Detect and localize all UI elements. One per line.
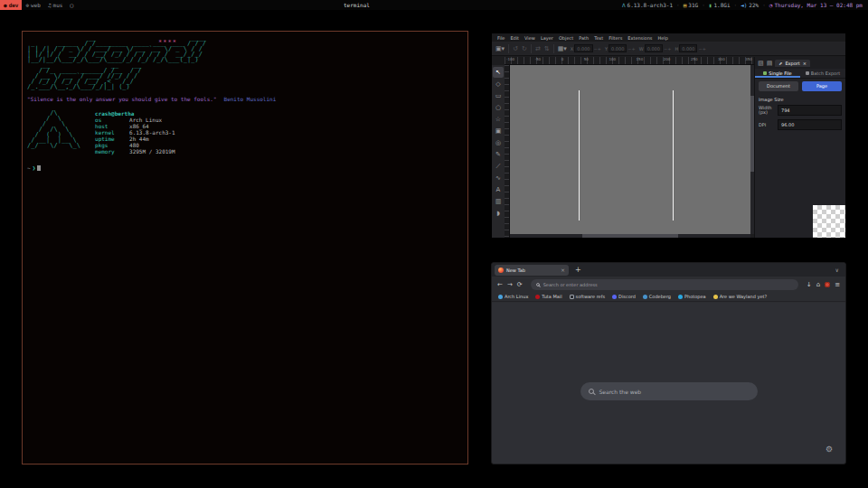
layout-icon[interactable]: ▢ — [66, 2, 77, 8]
drawing-vertical-line-2 — [673, 90, 674, 221]
fetch-label: memory — [95, 148, 129, 155]
bookmark-discord[interactable]: Discord — [612, 294, 636, 299]
menu-path[interactable]: Path — [576, 35, 591, 41]
tab-single-file[interactable]: Single File — [755, 69, 800, 78]
star-tool[interactable]: ☆ — [493, 114, 504, 125]
inkscape-toolbox: ↖◇▭○☆▣◎✎⟋∿A▥◗ — [492, 65, 505, 238]
stepper-icons[interactable]: −+ — [594, 46, 601, 52]
menu-text[interactable]: Text — [591, 35, 606, 41]
dropper-tool[interactable]: ◗ — [493, 208, 504, 219]
search-placeholder: Search the web — [599, 389, 642, 395]
reload-icon[interactable]: ⟳ — [517, 281, 523, 288]
document-button[interactable]: Document — [759, 81, 798, 91]
export-dock-tab[interactable]: ⬈ Export × — [775, 60, 810, 67]
stepper-icons[interactable]: −+ — [698, 46, 705, 52]
coord-field-y[interactable]: Y0.000−+ — [605, 44, 636, 52]
fetch-label: os — [95, 117, 129, 123]
inkscape-menubar: FileEditViewLayerObjectPathTextFiltersEx… — [492, 33, 845, 42]
gear-icon[interactable]: ⚙ — [826, 445, 833, 454]
toolbar-separator — [508, 44, 509, 53]
tab-list-chevron-icon[interactable]: ∨ — [835, 267, 843, 273]
new-tab-button[interactable]: + — [575, 266, 581, 274]
volume-text: 22% — [749, 2, 759, 8]
fetch-value: 2h 44m — [129, 136, 149, 142]
width-input[interactable]: 794 — [778, 105, 842, 116]
page-button[interactable]: Page — [802, 81, 842, 91]
terminal-window[interactable]: __ ____ _ _____ / /________ ____ ___ ___… — [22, 31, 468, 465]
text-tool[interactable]: A — [493, 184, 504, 195]
rectangle-tool[interactable]: ▭ — [493, 90, 504, 101]
menu-extensions[interactable]: Extensions — [625, 35, 655, 41]
shell-prompt[interactable]: ~❯ — [27, 164, 463, 171]
bookmark-label: Tuta Mail — [542, 294, 561, 299]
bookmark-tuta-mail[interactable]: Tuta Mail — [535, 294, 561, 299]
horizontal-scrollbar[interactable] — [510, 234, 750, 238]
workspace-label: web — [31, 2, 41, 8]
menu-filters[interactable]: Filters — [606, 35, 625, 41]
gradient-tool[interactable]: ▥ — [493, 196, 504, 207]
ellipse-tool[interactable]: ○ — [493, 102, 504, 113]
box3d-tool[interactable]: ▣ — [493, 126, 504, 136]
close-icon[interactable]: × — [803, 61, 807, 66]
web-search-box[interactable]: Search the web — [580, 382, 758, 400]
spiral-tool[interactable]: ◎ — [493, 137, 504, 148]
forward-icon[interactable]: → — [507, 281, 513, 288]
tab-label: Single File — [769, 69, 791, 79]
inkscape-window: FileEditViewLayerObjectPathTextFiltersEx… — [491, 33, 846, 239]
coord-field-w[interactable]: W0.000−+ — [639, 44, 672, 52]
dock-icon-1[interactable]: ▨ — [758, 60, 764, 67]
menu-icon[interactable]: ≡ — [835, 281, 840, 288]
workspace-tag-mus[interactable]: ♫mus — [44, 0, 66, 10]
bookmark-arch-linux[interactable]: Arch Linux — [498, 294, 528, 299]
fetch-label: host — [95, 123, 129, 129]
workspace-tag-dev[interactable]: ●dev — [0, 0, 22, 10]
workspace-tags: ●dev⊕web♫mus — [0, 0, 66, 10]
stepper-icons[interactable]: −+ — [664, 46, 671, 52]
cmdbar-icon-1[interactable]: ↺ — [513, 45, 518, 52]
menu-layer[interactable]: Layer — [538, 35, 556, 41]
inkscape-canvas[interactable] — [510, 65, 750, 234]
menu-view[interactable]: View — [522, 35, 538, 41]
separator: · — [676, 2, 680, 8]
node-tool[interactable]: ◇ — [493, 79, 504, 89]
workspace-tag-web[interactable]: ⊕web — [22, 0, 43, 10]
toolbar-separator — [553, 44, 554, 53]
scroll-thumb[interactable] — [582, 234, 678, 238]
cmdbar-icon-0[interactable]: ▣▾ — [495, 45, 505, 52]
bookmark-favicon — [678, 295, 683, 299]
field-value: 0.000 — [574, 44, 592, 52]
menu-edit[interactable]: Edit — [507, 35, 522, 41]
menu-object[interactable]: Object — [556, 35, 576, 41]
cmdbar-icon-5[interactable]: ▦▾ — [558, 45, 567, 52]
coord-field-x[interactable]: X0.000−+ — [571, 44, 601, 52]
bookmark-label: Discord — [618, 294, 636, 299]
pencil-tool[interactable]: ✎ — [493, 149, 504, 160]
menu-help[interactable]: Help — [655, 35, 670, 41]
cmdbar-icon-4[interactable]: ⇅ — [544, 45, 550, 52]
fetch-value: x86_64 — [129, 123, 149, 129]
bookmark-software-refs[interactable]: software refs — [570, 294, 605, 299]
coord-field-h[interactable]: H0.000−+ — [675, 44, 705, 52]
stepper-icons[interactable]: −+ — [627, 46, 635, 52]
workspace-icon: ♫ — [48, 2, 52, 8]
back-icon[interactable]: ← — [497, 281, 503, 288]
calligraphy-tool[interactable]: ∿ — [493, 173, 504, 183]
tab-batch-export[interactable]: Batch Export — [800, 69, 845, 78]
close-tab-icon[interactable]: × — [561, 267, 565, 273]
download-icon[interactable]: ↓ — [807, 281, 812, 288]
pen-tool[interactable]: ⟋ — [493, 161, 504, 172]
home-icon[interactable]: ⌂ — [816, 281, 820, 288]
bookmark-codeberg[interactable]: Codeberg — [643, 294, 671, 299]
browser-tab-new-tab[interactable]: New Tab × — [495, 265, 569, 276]
menu-file[interactable]: File — [495, 35, 507, 41]
cmdbar-icon-3[interactable]: ⇄ — [535, 45, 541, 52]
dock-icon-2[interactable]: ▤ — [767, 60, 773, 67]
bookmark-are-we-wayland-yet-[interactable]: Are we Wayland yet? — [713, 294, 767, 299]
speaker-icon: ◄) — [741, 2, 747, 8]
dpi-input[interactable]: 96.00 — [778, 119, 842, 130]
cmdbar-icon-2[interactable]: ↻ — [522, 45, 527, 52]
bookmark-photopea[interactable]: Photopea — [678, 294, 706, 299]
url-bar[interactable]: Search or enter address — [531, 279, 798, 290]
extension-icon[interactable] — [825, 282, 830, 287]
selector-tool[interactable]: ↖ — [493, 67, 504, 78]
